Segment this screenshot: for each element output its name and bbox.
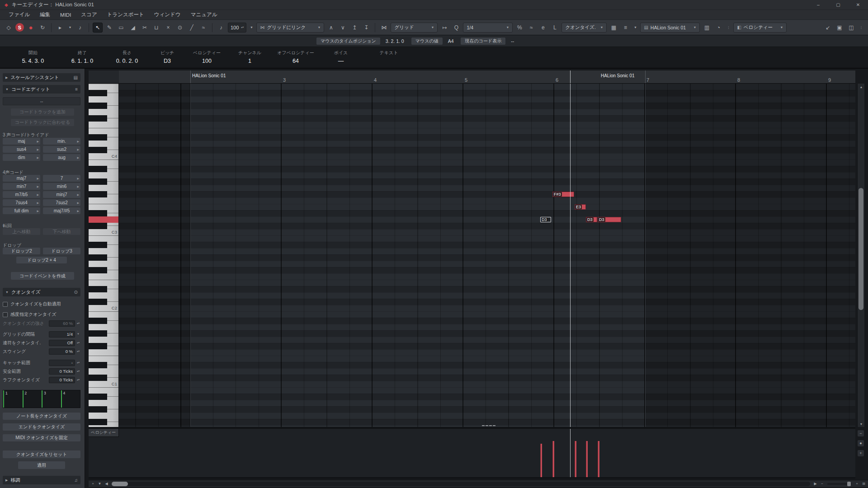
horizontal-zoom-thumb[interactable] (847, 482, 851, 486)
chord-button[interactable]: maj7 ▶ (3, 175, 40, 182)
scroll-down-icon[interactable]: ▼ (858, 421, 865, 427)
inversion-button[interactable]: 上へ移動 (3, 228, 40, 235)
spin-arrows-icon[interactable]: ▴▾ (76, 322, 80, 324)
chord-arrow-icon[interactable]: ▶ (37, 156, 39, 159)
horizontal-scrollbar[interactable]: + ▼ ◀ ▶ − + ⊞ (89, 480, 868, 487)
chord-arrow-icon[interactable]: ▶ (37, 185, 39, 188)
chord-button[interactable]: m7/b5 ▶ (3, 191, 40, 198)
chord-arrow-icon[interactable]: ▶ (77, 201, 79, 204)
step-input-icon[interactable]: ▦ (609, 23, 618, 33)
scroll-left-icon[interactable]: ◀ (103, 481, 110, 487)
chord-arrow-icon[interactable]: ▶ (77, 185, 79, 188)
chord-button[interactable]: maj7/#5 ▶ (43, 207, 80, 214)
audition-speaker-icon[interactable]: ♪ (75, 23, 85, 33)
close-button[interactable]: ✕ (848, 0, 868, 9)
inversion-button[interactable]: 下へ移動 (43, 228, 80, 235)
grid-type-select[interactable]: グリッド ▼ (391, 23, 438, 33)
move-up-button[interactable]: ↥ (349, 23, 359, 33)
info-field-value[interactable]: 6. 1. 1. 0 (60, 58, 105, 64)
menu-item[interactable]: マニュアル (186, 10, 222, 19)
independent-loop-icon[interactable]: ◔ (713, 23, 723, 33)
insert-velocity-dropdown-icon[interactable]: ▼ (248, 23, 255, 33)
zoom-in-horizontal-button[interactable]: + (854, 481, 860, 487)
zoom-out-vertical-button[interactable]: − (858, 430, 864, 436)
create-chord-event-button[interactable]: コードイベントを作成 (11, 272, 74, 280)
timeline-ruler[interactable]: 3456789 HALion Sonic 01 HALion Sonic 01 (119, 70, 855, 84)
iterative-quantize-icon[interactable]: % (514, 23, 524, 33)
pin-icon[interactable]: ◇ (4, 23, 14, 33)
curve-tool[interactable]: ≈ (198, 23, 208, 33)
note-grid[interactable]: D3 F#3 E3 D3 D3 (119, 84, 855, 427)
info-field-value[interactable]: 100 (185, 58, 228, 64)
lane-options-dropdown-icon[interactable]: ▼ (96, 481, 103, 487)
mute-tool[interactable]: × (163, 23, 173, 33)
velocity-bar[interactable] (586, 441, 588, 477)
solo-editor-button[interactable]: S (15, 23, 24, 32)
info-field-value[interactable]: 5. 4. 3. 0 (6, 58, 60, 64)
velocity-bar[interactable] (552, 441, 554, 477)
auto-apply-quantize-checkbox[interactable] (3, 302, 8, 307)
add-controller-lane-button[interactable]: + (90, 481, 96, 487)
drop-button[interactable]: ドロップ2 (3, 248, 40, 254)
vertical-scrollbar[interactable]: ▲ ▼ (857, 84, 864, 427)
move-down-button[interactable]: ↧ (361, 23, 371, 33)
section-scale-assistant[interactable]: ▶ スケールアシスタント ▤ (3, 73, 80, 82)
chord-button[interactable]: sus4 ▶ (3, 146, 40, 153)
show-parts-icon[interactable]: ▥ (702, 23, 712, 33)
chord-button[interactable]: 7 ▶ (43, 175, 80, 182)
swing-quantize-icon[interactable]: ≈ (526, 23, 536, 33)
enharmonic-icon[interactable]: e (538, 23, 548, 33)
midi-note[interactable]: E3 (575, 204, 586, 210)
chord-arrow-icon[interactable]: ▶ (77, 156, 79, 159)
chord-arrow-icon[interactable]: ▶ (37, 209, 39, 212)
minimize-button[interactable]: – (808, 0, 828, 9)
lane-divider-handle[interactable] (482, 425, 495, 426)
piano-keyboard[interactable]: C4C3C2C1 (89, 84, 119, 427)
drop-button[interactable]: ドロップ3 (43, 248, 80, 254)
velocity-bar[interactable] (575, 441, 576, 477)
maximize-button[interactable]: ▢ (828, 0, 848, 9)
setup-window-layout-icon[interactable]: ◫ (846, 23, 856, 33)
menu-item[interactable]: ファイル (4, 10, 35, 19)
nudge-down-button[interactable]: ∨ (338, 23, 348, 33)
chord-button[interactable]: min6 ▶ (43, 183, 80, 190)
info-field-value[interactable]: 64 (271, 58, 320, 64)
zoom-presets-icon[interactable]: ⊞ (860, 481, 867, 487)
info-field-value[interactable]: D3 (149, 58, 185, 64)
chord-button[interactable]: minj7 ▶ (43, 191, 80, 198)
menu-item[interactable]: スコア (76, 10, 102, 19)
chord-button[interactable]: sus2 ▶ (43, 146, 80, 153)
object-select-tool[interactable]: ↖ (93, 23, 103, 33)
menu-item[interactable]: ウィンドウ (149, 10, 186, 19)
info-field-value[interactable]: — (320, 58, 362, 64)
apply-quantize-button[interactable]: 適用 (18, 461, 65, 469)
chord-arrow-icon[interactable]: ▶ (77, 209, 79, 212)
zoom-dot-icon[interactable]: ● (858, 440, 864, 446)
zoom-out-horizontal-button[interactable]: − (819, 481, 826, 487)
section-chord-edit[interactable]: ▼ コードエディット ≡ (3, 85, 80, 94)
midi-input-icon[interactable]: ≡ (620, 23, 630, 33)
scroll-right-icon[interactable]: ▶ (812, 481, 819, 487)
quantize-action-button[interactable]: MIDI クオンタイズを固定 (3, 434, 80, 441)
setting-value[interactable]: 0 Ticks (49, 377, 75, 383)
erase-tool[interactable]: ▭ (116, 23, 126, 33)
spin-arrows-icon[interactable]: ▴▾ (76, 379, 80, 381)
chord-arrow-icon[interactable]: ▶ (77, 193, 79, 196)
setting-value[interactable]: 0 Ticks (49, 368, 75, 375)
horizontal-scroll-track[interactable] (112, 482, 810, 486)
vertical-scroll-thumb[interactable] (859, 188, 863, 310)
section-transpose[interactable]: ▶ 移調 ♫ (3, 476, 80, 484)
soft-quantize-checkbox[interactable] (3, 312, 8, 317)
midi-note[interactable]: D3 (540, 217, 551, 222)
spin-arrows-icon[interactable]: ▴▾ (241, 26, 244, 28)
chord-arrow-icon[interactable]: ▶ (77, 148, 79, 151)
quantize-q-icon[interactable]: Q (451, 23, 461, 33)
menu-item[interactable]: MIDI (55, 10, 76, 19)
insert-velocity-spinbox[interactable]: 100 ▴▾ (228, 23, 246, 33)
input-options-dropdown-icon[interactable]: ▼ (632, 23, 638, 33)
setting-value[interactable]: Off (49, 340, 75, 346)
autoscroll-button[interactable]: ▸ (55, 23, 65, 33)
setting-value[interactable]: - (49, 360, 75, 366)
zoom-in-vertical-button[interactable]: + (858, 450, 864, 456)
midi-note[interactable]: D3 (586, 217, 597, 222)
